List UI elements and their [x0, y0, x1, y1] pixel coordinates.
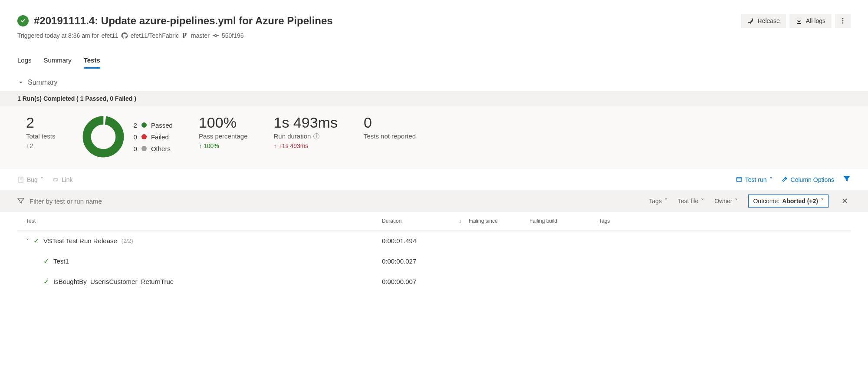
- test-count: (2/2): [122, 237, 133, 244]
- results-toolbar: Bug ˅ Link Test run ˅ Column Options: [17, 169, 851, 190]
- table-row[interactable]: ✓Test10:00:00.027: [17, 251, 851, 271]
- svg-rect-7: [736, 178, 742, 181]
- tab-logs[interactable]: Logs: [17, 53, 32, 69]
- chevron-down-icon: [17, 79, 24, 86]
- duration-label: Run duration i: [274, 132, 338, 140]
- commit-hash[interactable]: 550f196: [222, 32, 244, 39]
- chevron-down-icon: ˅: [769, 176, 773, 183]
- svg-point-3: [215, 35, 217, 36]
- download-icon: [796, 17, 802, 24]
- legend-failed-count: 0: [134, 133, 137, 141]
- clear-filters-button[interactable]: ✕: [839, 196, 851, 206]
- legend-others-label: Others: [151, 145, 171, 152]
- wrench-icon: [781, 176, 788, 183]
- legend-failed-label: Failed: [151, 133, 169, 141]
- chevron-down-icon: ˅: [701, 198, 704, 204]
- runs-completed-bar: 1 Run(s) Completed ( 1 Passed, 0 Failed …: [0, 91, 868, 106]
- chevron-down-icon[interactable]: ˅: [26, 237, 29, 244]
- triggered-user: efet11: [102, 32, 118, 39]
- total-tests-value: 2: [26, 115, 56, 130]
- dot-red-icon: [141, 134, 147, 139]
- bug-icon: [17, 176, 24, 183]
- info-icon[interactable]: i: [313, 133, 319, 139]
- table-row[interactable]: ✓IsBoughtBy_UserIsCustomer_ReturnTrue0:0…: [17, 271, 851, 292]
- rocket-icon: [747, 17, 754, 24]
- total-tests-delta: +2: [26, 142, 56, 149]
- stat-total-tests: 2 Total tests +2: [26, 115, 56, 149]
- legend-passed-count: 2: [134, 122, 137, 129]
- duration-cell: 0:00:00.007: [382, 278, 451, 285]
- svg-point-5: [87, 120, 120, 153]
- all-logs-button[interactable]: All logs: [789, 14, 832, 28]
- donut-chart: [82, 115, 125, 158]
- stat-pass-pct: 100% Pass percentage ↑ 100%: [199, 115, 248, 149]
- tab-tests[interactable]: Tests: [84, 53, 100, 69]
- test-name: Test1: [53, 257, 69, 265]
- duration-cell: 0:00:00.027: [382, 257, 451, 265]
- filter-bar: Tags ˅ Test file ˅ Owner ˅ Outcome: Abor…: [0, 190, 868, 212]
- check-icon: ✓: [43, 277, 49, 286]
- total-tests-label: Total tests: [26, 132, 56, 140]
- summary-title: Summary: [28, 79, 57, 86]
- more-vertical-icon: [839, 17, 846, 24]
- release-button[interactable]: Release: [741, 14, 786, 28]
- test-name: IsBoughtBy_UserIsCustomer_ReturnTrue: [53, 278, 174, 285]
- chevron-down-icon: ˅: [664, 198, 667, 204]
- column-options-button[interactable]: Column Options: [781, 176, 834, 183]
- release-label: Release: [757, 17, 779, 24]
- legend-others: 0 Others: [134, 145, 173, 152]
- col-failing-since[interactable]: Failing since: [469, 218, 529, 224]
- not-reported-label: Tests not reported: [364, 132, 416, 140]
- filter-input[interactable]: [29, 197, 202, 205]
- legend-passed: 2 Passed: [134, 122, 173, 129]
- filter-outcome-dropdown[interactable]: Outcome: Aborted (+2) ˅: [748, 194, 829, 208]
- link-button[interactable]: Link: [52, 176, 73, 183]
- arrow-up-icon: ↑: [199, 142, 202, 149]
- pass-pct-label: Pass percentage: [199, 132, 248, 140]
- donut-chart-block: 2 Passed 0 Failed 0 Others: [82, 115, 173, 158]
- branch-name[interactable]: master: [191, 32, 210, 39]
- stats-row: 2 Total tests +2 2 Passed 0 Failed: [0, 106, 868, 169]
- filter-owner-dropdown[interactable]: Owner ˅: [714, 198, 738, 204]
- stat-not-reported: 0 Tests not reported: [364, 115, 416, 140]
- check-icon: ✓: [43, 257, 49, 265]
- filter-outline-icon: [17, 198, 24, 204]
- filter-testfile-dropdown[interactable]: Test file ˅: [678, 198, 704, 204]
- col-test[interactable]: Test: [26, 218, 382, 224]
- all-logs-label: All logs: [806, 17, 825, 24]
- legend-others-count: 0: [134, 145, 137, 152]
- svg-point-2: [842, 23, 844, 24]
- test-run-icon: [736, 176, 743, 183]
- table-row[interactable]: ˅✓VSTest Test Run Release (2/2)0:00:01.4…: [17, 231, 851, 251]
- tab-summary[interactable]: Summary: [44, 53, 72, 69]
- chevron-down-icon: ˅: [821, 198, 824, 204]
- table-header: Test Duration ↓ Failing since Failing bu…: [17, 212, 851, 231]
- col-tags[interactable]: Tags: [599, 218, 842, 224]
- test-name: VSTest Test Run Release: [43, 237, 117, 244]
- chevron-down-icon: ˅: [40, 176, 43, 183]
- svg-point-1: [842, 20, 844, 22]
- more-button[interactable]: [835, 14, 851, 28]
- duration-value: 1s 493ms: [274, 115, 338, 130]
- summary-section-header[interactable]: Summary: [17, 74, 851, 91]
- check-icon: ✓: [33, 237, 39, 245]
- pass-pct-delta: ↑ 100%: [199, 142, 248, 149]
- col-duration[interactable]: Duration: [382, 218, 451, 224]
- test-run-dropdown[interactable]: Test run ˅: [736, 176, 773, 183]
- commit-icon: [212, 32, 219, 39]
- not-reported-value: 0: [364, 115, 416, 130]
- link-icon: [52, 176, 59, 183]
- filter-toggle-button[interactable]: [843, 175, 851, 184]
- svg-point-0: [842, 18, 844, 20]
- outcome-value: Aborted (+2): [782, 198, 818, 204]
- bug-button[interactable]: Bug ˅: [17, 176, 43, 183]
- sort-indicator[interactable]: ↓: [451, 218, 469, 224]
- col-failing-build[interactable]: Failing build: [529, 218, 599, 224]
- legend-failed: 0 Failed: [134, 133, 173, 141]
- repo-name[interactable]: efet11/TechFabric: [131, 32, 179, 39]
- pass-pct-value: 100%: [199, 115, 248, 130]
- branch-icon: [181, 32, 188, 39]
- trigger-info: Triggered today at 8:36 am for efet11 ef…: [17, 32, 851, 39]
- filter-tags-dropdown[interactable]: Tags ˅: [649, 198, 667, 204]
- status-success-icon: [17, 15, 29, 26]
